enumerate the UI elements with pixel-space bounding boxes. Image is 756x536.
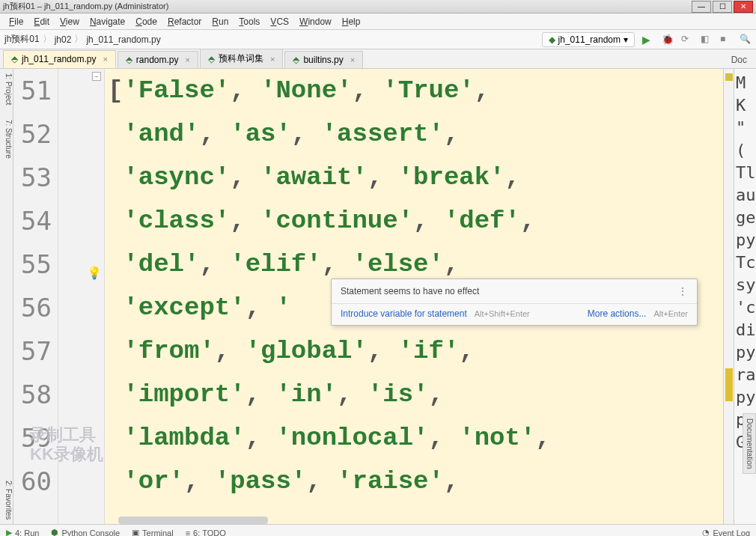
documentation-tool-tab[interactable]: Documentation (743, 413, 756, 474)
profile-icon[interactable]: ◧ (701, 34, 713, 46)
debug-icon[interactable]: 🐞 (662, 34, 674, 46)
close-tab-icon[interactable]: × (103, 55, 107, 64)
favorites-tool[interactable]: 2: Favorites (0, 481, 13, 520)
bottom-toolbar: ▶4: Run ⬢Python Console ▣Terminal ≡6: TO… (0, 524, 756, 536)
maximize-button[interactable]: ☐ (713, 1, 732, 13)
intention-tooltip: Statement seems to have no effect ⋮ Intr… (331, 278, 698, 326)
toolbar: jh预科01 〉 jh02 〉 jh_011_random.py ◆ jh_01… (0, 30, 756, 49)
editor-tabs: ⬘jh_011_random.py×⬘random.py×⬘预科单词集×⬘bui… (0, 49, 756, 69)
close-button[interactable]: ✕ (734, 1, 753, 13)
tab-label: random.py (136, 55, 179, 65)
tab-label: 预科单词集 (219, 52, 263, 65)
terminal-tool[interactable]: ▣Terminal (132, 528, 174, 536)
menubar: FileEditViewNavigateCodeRefactorRunTools… (0, 13, 756, 30)
todo-tool[interactable]: ≡6: TODO (186, 529, 226, 537)
menu-vcs[interactable]: VCS (266, 15, 293, 28)
run-configuration-selector[interactable]: ◆ jh_011_random ▾ (542, 32, 635, 47)
chevron-right-icon: 〉 (74, 33, 83, 46)
python-icon: ◆ (549, 34, 555, 45)
editor-tab[interactable]: ⬘预科单词集× (200, 49, 283, 68)
tab-label: jh_011_random.py (22, 54, 96, 64)
menu-help[interactable]: Help (338, 15, 365, 28)
breadcrumb-folder[interactable]: jh02 (55, 34, 72, 45)
menu-navigate[interactable]: Navigate (85, 15, 129, 28)
menu-edit[interactable]: Edit (29, 15, 54, 28)
tooltip-message: Statement seems to have no effect (341, 286, 479, 296)
project-tool[interactable]: 1: Project (0, 73, 13, 105)
window-title: jh预科01 – jh_011_random.py (Administrator… (3, 1, 692, 12)
python-file-icon: ⬘ (11, 54, 18, 64)
event-log-tool[interactable]: ◔Event Log (702, 528, 750, 536)
menu-window[interactable]: Window (295, 15, 336, 28)
toolbar-actions: ▶ 🐞 ⟳ ◧ ■ 🔍 (642, 34, 752, 46)
run-config-name: jh_011_random (558, 34, 621, 45)
error-stripe[interactable] (723, 69, 734, 524)
warning-mark-icon[interactable] (725, 73, 733, 81)
chevron-down-icon: ▾ (624, 34, 628, 45)
editor-gutter: − 💡 (58, 69, 105, 524)
menu-file[interactable]: File (4, 15, 28, 28)
menu-tools[interactable]: Tools (234, 15, 264, 28)
editor-tab[interactable]: ⬘random.py× (118, 51, 198, 68)
tooltip-shortcut-2: Alt+Enter (653, 309, 688, 318)
titlebar: jh预科01 – jh_011_random.py (Administrator… (0, 0, 756, 13)
close-tab-icon[interactable]: × (350, 55, 355, 64)
search-icon[interactable]: 🔍 (740, 34, 752, 46)
tab-label: builtins.py (303, 55, 343, 65)
breadcrumb-root[interactable]: jh预科01 (4, 33, 40, 46)
structure-tool[interactable]: 7: Structure (0, 120, 13, 159)
minimize-button[interactable]: — (692, 1, 711, 13)
stop-icon[interactable]: ■ (720, 34, 732, 46)
python-file-icon: ⬘ (126, 55, 132, 65)
run-tool[interactable]: ▶4: Run (6, 528, 39, 536)
python-console-tool[interactable]: ⬢Python Console (51, 528, 120, 536)
python-file-icon: ⬘ (293, 55, 299, 65)
editor[interactable]: 51525354555657585960 − 💡 ['False', 'None… (13, 69, 723, 524)
tooltip-action-more[interactable]: More actions... (588, 308, 647, 319)
menu-refactor[interactable]: Refactor (163, 15, 206, 28)
coverage-icon[interactable]: ⟳ (681, 34, 693, 46)
main-area: 1: Project 7: Structure 2: Favorites 515… (0, 69, 756, 524)
horizontal-scrollbar[interactable] (118, 517, 268, 524)
menu-code[interactable]: Code (131, 15, 162, 28)
close-tab-icon[interactable]: × (270, 55, 275, 64)
python-file-icon: ⬘ (208, 54, 215, 64)
menu-view[interactable]: View (55, 15, 84, 28)
doc-tab[interactable]: Doc (725, 52, 753, 68)
more-vert-icon[interactable]: ⋮ (677, 285, 688, 297)
editor-tab[interactable]: ⬘jh_011_random.py× (3, 50, 116, 68)
breadcrumb-file[interactable]: jh_011_random.py (86, 34, 160, 45)
left-tool-strip: 1: Project 7: Structure 2: Favorites (0, 69, 13, 524)
tooltip-shortcut-1: Alt+Shift+Enter (475, 309, 530, 318)
chevron-right-icon: 〉 (43, 33, 52, 46)
close-tab-icon[interactable]: × (186, 55, 190, 64)
intention-bulb-icon[interactable]: 💡 (87, 266, 102, 280)
breadcrumb: jh预科01 〉 jh02 〉 jh_011_random.py (4, 33, 542, 46)
line-numbers: 51525354555657585960 (13, 69, 58, 524)
editor-tab[interactable]: ⬘builtins.py× (284, 51, 363, 68)
window-controls: — ☐ ✕ (692, 1, 753, 13)
run-icon[interactable]: ▶ (642, 34, 654, 46)
warning-mark-icon[interactable] (725, 368, 733, 401)
menu-run[interactable]: Run (207, 15, 233, 28)
fold-icon[interactable]: − (92, 72, 101, 81)
tooltip-action-introduce[interactable]: Introduce variable for statement (341, 308, 467, 319)
